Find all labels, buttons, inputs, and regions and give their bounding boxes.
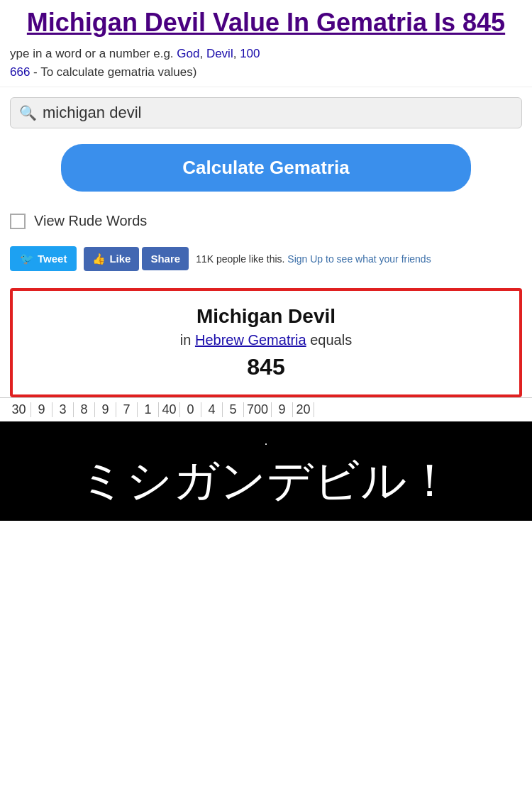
letter-value: 4 <box>201 402 223 417</box>
subtitle-part1: ype in a word or a number e.g. <box>10 47 177 60</box>
result-section: Michigan Devil in Hebrew Gematria equals… <box>0 278 532 397</box>
facebook-like-button[interactable]: 👍 Like <box>84 247 139 271</box>
devil-link[interactable]: Devil <box>206 47 233 60</box>
twitter-icon: 🐦 <box>20 252 34 265</box>
social-section: 🐦 Tweet 👍 Like Share 11K people like thi… <box>0 236 532 278</box>
result-description: in Hebrew Gematria equals <box>24 332 508 348</box>
facebook-share-button[interactable]: Share <box>142 247 189 270</box>
result-card: Michigan Devil in Hebrew Gematria equals… <box>10 288 522 397</box>
letter-value: 3 <box>52 402 74 417</box>
letter-value: 9 <box>95 402 116 417</box>
result-word: Michigan Devil <box>24 305 508 328</box>
rude-words-label: View Rude Words <box>34 213 147 229</box>
search-section: 🔍 <box>0 87 532 128</box>
result-desc-suffix: equals <box>306 332 353 348</box>
page-wrapper: Michigan Devil Value In Gematria Is 845 … <box>0 0 532 521</box>
hebrew-gematria-link[interactable]: Hebrew Gematria <box>195 332 306 348</box>
japanese-text: ミシガンデビル！ <box>79 456 453 505</box>
letter-value: 700 <box>244 402 272 417</box>
letter-value: 1 <box>138 402 159 417</box>
tweet-button[interactable]: 🐦 Tweet <box>10 246 77 271</box>
letter-value: 8 <box>74 402 95 417</box>
letter-value: 20 <box>293 402 314 417</box>
fb-count-number: 11K people like this. <box>196 253 284 265</box>
letter-value: 5 <box>223 402 244 417</box>
thumbsup-icon: 👍 <box>92 253 106 265</box>
letter-values-section: 3093897140045700920 <box>0 397 532 421</box>
search-input[interactable] <box>43 104 513 122</box>
subtitle-part3: - To calculate gematria values) <box>30 65 196 79</box>
calculate-button[interactable]: Calculate Gematria <box>61 144 471 192</box>
search-box: 🔍 <box>10 97 522 128</box>
six-six-six-link[interactable]: 666 <box>10 65 30 79</box>
letter-value: 7 <box>116 402 138 417</box>
calculate-section: Calculate Gematria <box>0 128 532 199</box>
facebook-widget: 👍 Like Share <box>84 247 189 271</box>
result-desc-prefix: in <box>180 332 195 348</box>
rude-words-checkbox[interactable] <box>10 214 26 229</box>
letter-value: 40 <box>159 402 180 417</box>
hundred-link[interactable]: 100 <box>240 47 260 60</box>
header-section: Michigan Devil Value In Gematria Is 845 … <box>0 0 532 87</box>
fb-like-label: Like <box>109 253 131 265</box>
letter-value: 9 <box>272 402 293 417</box>
japanese-section: · ミシガンデビル！ <box>0 421 532 521</box>
fb-sign-link[interactable]: Sign Up to see what your friends <box>287 253 431 265</box>
god-link[interactable]: God <box>177 47 199 60</box>
checkbox-section: View Rude Words <box>0 199 532 236</box>
fb-count-text: 11K people like this. Sign Up to see wha… <box>196 253 431 265</box>
letter-values-row: 3093897140045700920 <box>10 398 522 421</box>
page-title: Michigan Devil Value In Gematria Is 845 <box>10 7 522 38</box>
letter-value: 9 <box>31 402 52 417</box>
letter-value: 0 <box>180 402 201 417</box>
search-icon: 🔍 <box>19 104 37 121</box>
subtitle-comma2: , <box>233 47 240 60</box>
result-value: 845 <box>24 354 508 380</box>
letter-value: 30 <box>10 402 31 417</box>
subtitle-comma1: , <box>199 47 206 60</box>
subtitle-text: ype in a word or a number e.g. God, Devi… <box>10 45 522 81</box>
tweet-label: Tweet <box>38 253 67 265</box>
japanese-dot: · <box>264 436 267 451</box>
